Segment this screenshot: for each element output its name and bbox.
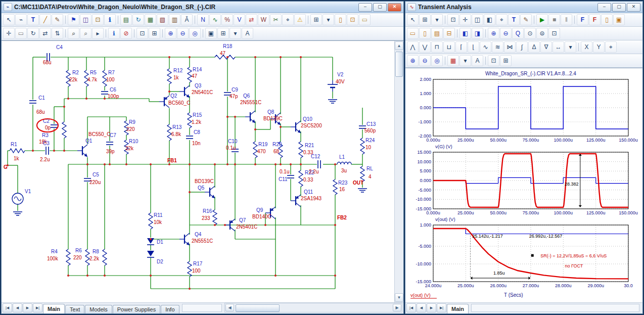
more-tags-dropdown-icon[interactable]: ▾ <box>565 41 576 53</box>
tag-cross-icon[interactable]: ⋈ <box>504 41 516 53</box>
tag-slope-icon[interactable]: Δ <box>528 41 540 53</box>
graphics-tool-icon[interactable]: ✎ <box>52 14 63 25</box>
plot-grid-icon[interactable]: ⊟ <box>443 28 455 39</box>
new-page-icon[interactable]: ▯ <box>335 14 346 25</box>
text-attr-icon[interactable]: Ā <box>181 14 193 25</box>
tag-fall-icon[interactable]: ⌊ <box>468 41 479 53</box>
tab-text[interactable]: Text <box>65 305 84 313</box>
horizontal-scroll-thumb[interactable] <box>236 304 280 312</box>
close-button[interactable]: ✕ <box>627 3 640 12</box>
tag-width-icon[interactable]: ↔ <box>553 41 564 53</box>
scroll-right-button[interactable]: ▶ <box>393 304 401 311</box>
copy-icon[interactable]: ⊡ <box>136 28 148 39</box>
tag-rise-icon[interactable]: ⌈ <box>455 41 467 53</box>
scroll-up-button[interactable]: ▲ <box>395 41 403 50</box>
folder-icon[interactable]: ▭ <box>359 14 371 25</box>
tab-power-supplies[interactable]: Power Supplies <box>113 305 160 313</box>
power-icon[interactable]: W <box>258 14 269 25</box>
select-tool-icon[interactable]: ↖ <box>407 14 419 25</box>
tag-freq-icon[interactable]: ≋ <box>492 41 503 53</box>
find-next-icon[interactable]: ⌕ <box>80 28 91 39</box>
help-pin-icon[interactable]: ℹ <box>108 28 120 39</box>
pan-icon[interactable]: ✛ <box>3 28 15 39</box>
pan-icon[interactable]: ✛ <box>459 14 471 25</box>
tag-icon[interactable]: ⌖ <box>496 14 508 25</box>
page-nav-button-1[interactable]: ◀ <box>13 303 22 312</box>
cursor-window-icon[interactable]: ◧ <box>484 14 495 25</box>
query-icon[interactable]: ⊙ <box>524 28 536 39</box>
rotate-icon[interactable]: ↻ <box>27 28 39 39</box>
display-sheet-icon[interactable]: ▤ <box>120 14 132 25</box>
tag-peak-icon[interactable]: ⋀ <box>407 41 419 53</box>
page-nav-button-3[interactable]: ▶| <box>33 303 42 312</box>
scissors-icon[interactable]: ✂ <box>270 14 282 25</box>
close-button[interactable]: ✕ <box>388 3 401 12</box>
font-icon[interactable]: A <box>472 55 483 66</box>
node-numbers-icon[interactable]: N <box>197 14 209 25</box>
cursor-f1-icon[interactable]: F <box>577 14 588 25</box>
tag-point-icon[interactable]: ⌖ <box>605 41 617 53</box>
schematic-canvas[interactable]: C468uR1847V240VC168uC20pR318kR11kC32.2uQ… <box>2 41 395 302</box>
text-a-icon[interactable]: A <box>242 28 253 39</box>
zoom-out-icon[interactable]: ⊖ <box>419 55 431 66</box>
scroll-down-button[interactable]: ▼ <box>395 293 403 302</box>
page-border-icon[interactable]: ⊡ <box>347 14 358 25</box>
tag-wave-icon[interactable]: ∿ <box>480 41 491 53</box>
wire-tool-icon[interactable]: ╱ <box>39 14 51 25</box>
percent-icon[interactable]: % <box>221 14 233 25</box>
tab-main[interactable]: Main <box>43 304 65 313</box>
cursor-f2-icon[interactable]: F <box>589 14 601 25</box>
zoom-in-icon[interactable]: ⊕ <box>407 55 419 66</box>
page-nav-button-3[interactable]: ▶| <box>437 303 446 312</box>
add-curve-icon[interactable]: ◧ <box>459 28 471 39</box>
zoom-out-icon[interactable]: ⊖ <box>177 28 189 39</box>
tag-integral-icon[interactable]: ∫ <box>516 41 528 53</box>
plot-two-icon[interactable]: ▯ <box>419 28 431 39</box>
mode-grid-icon[interactable]: ⊞ <box>217 28 229 39</box>
data-box-icon[interactable]: ▣ <box>613 14 625 25</box>
monitor-icon[interactable]: ◫ <box>80 14 91 25</box>
remove-curve-icon[interactable]: ◨ <box>472 28 483 39</box>
goto-y-icon[interactable]: Y <box>593 41 605 53</box>
copy-all-icon[interactable]: ⊞ <box>500 55 512 66</box>
scroll-left-button[interactable]: ◀ <box>225 304 234 311</box>
color-dropdown-icon[interactable]: ▾ <box>459 55 471 66</box>
text-tool-icon[interactable]: T <box>508 14 520 25</box>
voltage-probe-icon[interactable]: V <box>234 14 245 25</box>
component-dropdown-icon[interactable]: ▾ <box>431 14 443 25</box>
zoom-auto-q-icon[interactable]: Q <box>512 28 524 39</box>
tag-top-icon[interactable]: ⊓ <box>431 41 443 53</box>
select-tool-icon[interactable]: ↖ <box>3 14 15 25</box>
zoom-out-q-icon[interactable]: ⊖ <box>500 28 512 39</box>
image-icon[interactable]: ▣ <box>205 28 217 39</box>
component-grid-icon[interactable]: ⊞ <box>419 14 431 25</box>
page-nav-button-2[interactable]: ▶ <box>23 303 32 312</box>
color-grid-icon[interactable]: ▦ <box>447 55 459 66</box>
data-points-icon[interactable]: ⊜ <box>536 28 548 39</box>
minimize-button[interactable]: – <box>597 3 611 12</box>
mirror-icon[interactable]: ⇄ <box>39 28 51 39</box>
stop-icon[interactable]: ⊘ <box>120 28 132 39</box>
component-tool-icon[interactable]: ⌁ <box>15 14 27 25</box>
goto-icon[interactable]: ▸ <box>92 28 104 39</box>
peak-box-icon[interactable]: ▯ <box>601 14 613 25</box>
zoom-in-icon[interactable]: ⊕ <box>165 28 176 39</box>
zoom-in-q-icon[interactable]: ⊕ <box>488 28 499 39</box>
zoom-percent-icon[interactable]: ◎ <box>189 28 201 39</box>
page-nav-button-2[interactable]: ▶ <box>427 303 436 312</box>
page-nav-button-0[interactable]: |◀ <box>406 303 416 312</box>
sheet-icon[interactable]: ▦ <box>145 14 156 25</box>
refresh-icon[interactable]: ↻ <box>132 14 144 25</box>
tag-bottom-icon[interactable]: ⊔ <box>443 41 455 53</box>
tab-models[interactable]: Models <box>85 305 112 313</box>
zoom-fit-icon[interactable]: ◎ <box>431 55 443 66</box>
horizontal-scroll-track[interactable] <box>235 304 392 311</box>
page-nav-button-1[interactable]: ◀ <box>417 303 426 312</box>
pause-button[interactable]: ‖ <box>561 14 572 25</box>
properties-icon[interactable]: ✎ <box>520 14 532 25</box>
find-icon[interactable]: ⌕ <box>68 28 79 39</box>
plot-three-icon[interactable]: ▤ <box>431 28 443 39</box>
minimize-button[interactable]: – <box>358 3 372 12</box>
crosshair-icon[interactable]: ⌖ <box>282 14 294 25</box>
waveform-icon[interactable]: ∿ <box>209 14 221 25</box>
